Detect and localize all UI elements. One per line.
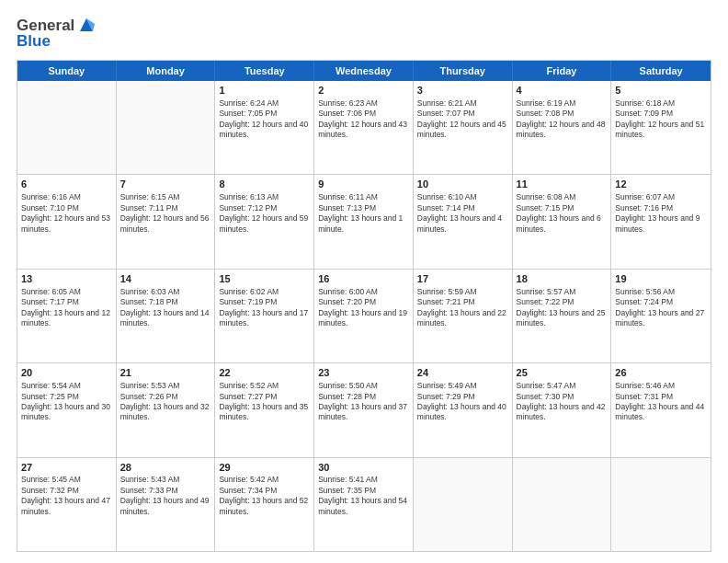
daylight-text: Daylight: 13 hours and 49 minutes.: [120, 496, 210, 515]
day-number: 11: [517, 178, 608, 191]
daylight-text: Daylight: 13 hours and 32 minutes.: [120, 402, 210, 421]
daylight-text: Daylight: 13 hours and 27 minutes.: [615, 308, 704, 327]
day-number: 24: [417, 366, 508, 380]
logo-icon: [76, 15, 97, 35]
sunrise-text: Sunrise: 6:00 AM: [318, 287, 378, 296]
day-cell-24: 24Sunrise: 5:49 AMSunset: 7:29 PMDayligh…: [414, 363, 513, 456]
weekday-header-thursday: Thursday: [414, 61, 513, 81]
day-cell-13: 13Sunrise: 6:05 AMSunset: 7:17 PMDayligh…: [17, 270, 117, 362]
weekday-header-tuesday: Tuesday: [215, 61, 314, 81]
daylight-text: Daylight: 13 hours and 6 minutes.: [517, 213, 601, 233]
sunset-text: Sunset: 7:28 PM: [318, 392, 376, 401]
daylight-text: Daylight: 12 hours and 43 minutes.: [318, 120, 407, 139]
sunset-text: Sunset: 7:27 PM: [219, 392, 277, 401]
week-row-4: 20Sunrise: 5:54 AMSunset: 7:25 PMDayligh…: [17, 363, 711, 457]
weekday-header-friday: Friday: [513, 61, 612, 81]
daylight-text: Daylight: 13 hours and 17 minutes.: [219, 308, 308, 327]
sunset-text: Sunset: 7:26 PM: [120, 392, 178, 401]
daylight-text: Daylight: 13 hours and 4 minutes.: [417, 213, 502, 233]
day-cell-12: 12Sunrise: 6:07 AMSunset: 7:16 PMDayligh…: [611, 175, 711, 268]
empty-cell: [17, 81, 117, 174]
sunrise-text: Sunrise: 6:18 AM: [615, 98, 675, 108]
daylight-text: Daylight: 13 hours and 12 minutes.: [21, 308, 110, 327]
sunset-text: Sunset: 7:33 PM: [120, 486, 178, 495]
sunset-text: Sunset: 7:24 PM: [615, 297, 673, 306]
sunset-text: Sunset: 7:30 PM: [517, 392, 574, 401]
day-number: 8: [219, 178, 310, 191]
empty-cell: [611, 458, 711, 551]
empty-cell: [414, 458, 513, 551]
weekday-header-monday: Monday: [117, 61, 216, 81]
sunrise-text: Sunrise: 5:41 AM: [318, 475, 378, 484]
day-cell-26: 26Sunrise: 5:46 AMSunset: 7:31 PMDayligh…: [611, 363, 711, 456]
day-number: 3: [417, 84, 508, 98]
day-cell-9: 9Sunrise: 6:11 AMSunset: 7:13 PMDaylight…: [314, 175, 414, 268]
daylight-text: Daylight: 13 hours and 14 minutes.: [120, 308, 210, 327]
sunset-text: Sunset: 7:05 PM: [219, 109, 277, 118]
calendar: SundayMondayTuesdayWednesdayThursdayFrid…: [17, 60, 711, 552]
sunset-text: Sunset: 7:09 PM: [615, 109, 673, 118]
week-row-5: 27Sunrise: 5:45 AMSunset: 7:32 PMDayligh…: [17, 458, 711, 551]
day-cell-2: 2Sunrise: 6:23 AMSunset: 7:06 PMDaylight…: [314, 81, 414, 174]
sunrise-text: Sunrise: 5:43 AM: [120, 475, 180, 484]
sunset-text: Sunset: 7:25 PM: [21, 392, 79, 401]
daylight-text: Daylight: 12 hours and 40 minutes.: [219, 120, 308, 139]
day-cell-20: 20Sunrise: 5:54 AMSunset: 7:25 PMDayligh…: [17, 363, 117, 456]
weekday-header-sunday: Sunday: [17, 61, 117, 81]
sunrise-text: Sunrise: 5:52 AM: [219, 381, 279, 390]
sunset-text: Sunset: 7:21 PM: [417, 297, 475, 306]
day-number: 26: [615, 366, 707, 380]
day-number: 23: [318, 366, 409, 380]
day-cell-1: 1Sunrise: 6:24 AMSunset: 7:05 PMDaylight…: [215, 81, 314, 174]
sunrise-text: Sunrise: 5:42 AM: [219, 475, 279, 484]
sunrise-text: Sunrise: 6:02 AM: [219, 287, 279, 296]
week-row-1: 1Sunrise: 6:24 AMSunset: 7:05 PMDaylight…: [17, 81, 711, 175]
day-cell-10: 10Sunrise: 6:10 AMSunset: 7:14 PMDayligh…: [414, 175, 513, 268]
daylight-text: Daylight: 13 hours and 54 minutes.: [318, 496, 407, 515]
day-number: 21: [120, 366, 211, 380]
daylight-text: Daylight: 13 hours and 44 minutes.: [615, 402, 704, 421]
sunset-text: Sunset: 7:07 PM: [417, 109, 475, 118]
sunset-text: Sunset: 7:32 PM: [21, 486, 79, 495]
weekday-header-wednesday: Wednesday: [314, 61, 414, 81]
sunrise-text: Sunrise: 5:49 AM: [417, 381, 477, 390]
day-cell-22: 22Sunrise: 5:52 AMSunset: 7:27 PMDayligh…: [215, 363, 314, 456]
sunrise-text: Sunrise: 6:08 AM: [517, 192, 576, 201]
week-row-3: 13Sunrise: 6:05 AMSunset: 7:17 PMDayligh…: [17, 270, 711, 363]
day-number: 18: [517, 272, 608, 286]
day-number: 7: [120, 178, 211, 191]
sunrise-text: Sunrise: 5:59 AM: [417, 287, 477, 296]
day-cell-18: 18Sunrise: 5:57 AMSunset: 7:22 PMDayligh…: [513, 270, 612, 362]
day-number: 13: [21, 272, 112, 286]
day-cell-5: 5Sunrise: 6:18 AMSunset: 7:09 PMDaylight…: [611, 81, 711, 174]
daylight-text: Daylight: 12 hours and 53 minutes.: [21, 213, 110, 233]
day-number: 30: [318, 461, 409, 475]
day-cell-30: 30Sunrise: 5:41 AMSunset: 7:35 PMDayligh…: [314, 458, 414, 551]
day-number: 6: [21, 178, 112, 191]
page: General Blue SundayMondayTuesdayWednesda…: [0, 0, 728, 563]
daylight-text: Daylight: 12 hours and 51 minutes.: [615, 120, 704, 139]
header: General Blue: [17, 17, 711, 51]
sunset-text: Sunset: 7:34 PM: [219, 486, 277, 495]
daylight-text: Daylight: 13 hours and 40 minutes.: [417, 402, 506, 421]
daylight-text: Daylight: 12 hours and 45 minutes.: [417, 120, 506, 139]
day-cell-28: 28Sunrise: 5:43 AMSunset: 7:33 PMDayligh…: [117, 458, 216, 551]
day-cell-8: 8Sunrise: 6:13 AMSunset: 7:12 PMDaylight…: [215, 175, 314, 268]
sunrise-text: Sunrise: 6:11 AM: [318, 192, 378, 201]
sunrise-text: Sunrise: 5:46 AM: [615, 381, 675, 390]
day-number: 28: [120, 461, 211, 475]
day-number: 27: [21, 461, 112, 475]
day-number: 15: [219, 272, 310, 286]
daylight-text: Daylight: 13 hours and 9 minutes.: [615, 213, 700, 233]
daylight-text: Daylight: 13 hours and 30 minutes.: [21, 402, 110, 421]
sunset-text: Sunset: 7:10 PM: [21, 203, 79, 213]
sunset-text: Sunset: 7:15 PM: [517, 203, 574, 213]
daylight-text: Daylight: 12 hours and 56 minutes.: [120, 213, 210, 233]
day-cell-4: 4Sunrise: 6:19 AMSunset: 7:08 PMDaylight…: [513, 81, 612, 174]
daylight-text: Daylight: 12 hours and 59 minutes.: [219, 213, 308, 233]
sunrise-text: Sunrise: 6:10 AM: [417, 192, 477, 201]
sunset-text: Sunset: 7:17 PM: [21, 297, 79, 306]
sunset-text: Sunset: 7:29 PM: [417, 392, 475, 401]
day-number: 17: [417, 272, 508, 286]
day-number: 29: [219, 461, 310, 475]
